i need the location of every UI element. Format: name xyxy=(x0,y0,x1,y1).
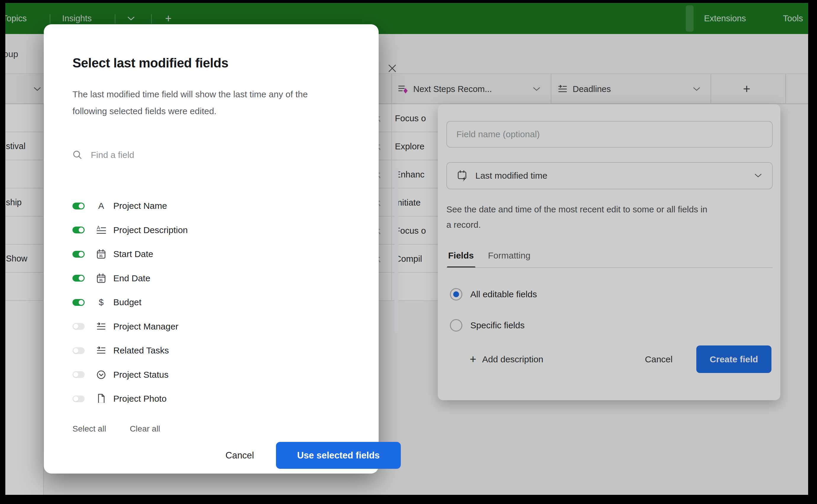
field-label: Budget xyxy=(113,297,141,307)
svg-text:31: 31 xyxy=(99,278,103,282)
field-list-item[interactable]: 31Start Date xyxy=(72,242,356,266)
field-list: AProject NameAProject Description31Start… xyxy=(44,166,379,403)
modal-cancel-button[interactable]: Cancel xyxy=(218,442,261,469)
file-field-icon xyxy=(96,393,107,403)
select-field-icon xyxy=(96,369,107,380)
field-list-item[interactable]: AProject Description xyxy=(72,218,356,242)
linked-field-icon xyxy=(96,345,107,356)
field-label: Related Tasks xyxy=(113,345,169,356)
close-icon[interactable] xyxy=(387,64,397,73)
modal-description: The last modified time field will show t… xyxy=(72,86,318,119)
field-toggle[interactable] xyxy=(72,227,85,233)
field-toggle[interactable] xyxy=(72,251,85,258)
toggle-knob xyxy=(79,227,84,232)
field-list-item[interactable]: AProject Name xyxy=(72,194,356,218)
field-search[interactable] xyxy=(72,146,339,164)
toggle-knob xyxy=(73,372,78,377)
toggle-knob xyxy=(79,203,84,209)
field-toggle[interactable] xyxy=(72,395,85,402)
use-selected-fields-button[interactable]: Use selected fields xyxy=(276,442,401,469)
field-label: Start Date xyxy=(113,249,153,259)
svg-text:31: 31 xyxy=(99,254,103,258)
field-toggle[interactable] xyxy=(72,299,85,306)
select-fields-modal: Select last modified fields The last mod… xyxy=(44,24,379,474)
select-all-link[interactable]: Select all xyxy=(72,424,106,434)
field-list-item[interactable]: Project Status xyxy=(72,363,356,387)
field-label: Project Photo xyxy=(113,394,167,403)
toggle-knob xyxy=(79,300,84,305)
linked-field-icon xyxy=(96,321,107,332)
screenshot-frame: Topics Insights + Extensions Tools Group xyxy=(0,0,817,504)
clear-all-link[interactable]: Clear all xyxy=(130,424,160,434)
field-toggle[interactable] xyxy=(72,275,85,282)
modal-title: Select last modified fields xyxy=(72,56,228,70)
calendar-field-icon: 31 xyxy=(96,249,107,259)
toggle-knob xyxy=(79,252,84,257)
field-list-item[interactable]: $Budget xyxy=(72,290,356,314)
field-label: Project Description xyxy=(113,225,188,235)
field-toggle[interactable] xyxy=(72,371,85,378)
field-toggle[interactable] xyxy=(72,323,85,330)
long-text-field-icon: A xyxy=(96,225,107,235)
field-label: Project Manager xyxy=(113,322,178,332)
calendar-field-icon: 31 xyxy=(96,273,107,284)
field-list-item[interactable]: Related Tasks xyxy=(72,338,356,363)
toggle-knob xyxy=(79,276,84,281)
field-label: Project Name xyxy=(113,201,167,211)
toggle-knob xyxy=(73,348,78,353)
search-icon xyxy=(72,150,83,160)
field-list-item[interactable]: Project Manager xyxy=(72,314,356,339)
field-toggle[interactable] xyxy=(72,203,85,209)
field-label: End Date xyxy=(113,273,150,283)
svg-text:A: A xyxy=(97,225,100,231)
field-toggle[interactable] xyxy=(72,347,85,354)
app-window: Topics Insights + Extensions Tools Group xyxy=(5,3,808,495)
toggle-knob xyxy=(73,396,78,401)
list-scrollbar[interactable] xyxy=(395,169,398,333)
field-search-input[interactable] xyxy=(90,150,297,160)
field-label: Project Status xyxy=(113,370,169,380)
field-list-item[interactable]: Project Photo xyxy=(72,387,356,403)
field-list-item[interactable]: 31End Date xyxy=(72,266,356,290)
currency-field-icon: $ xyxy=(96,298,107,307)
toggle-knob xyxy=(73,324,78,329)
single-line-field-icon: A xyxy=(96,201,107,211)
